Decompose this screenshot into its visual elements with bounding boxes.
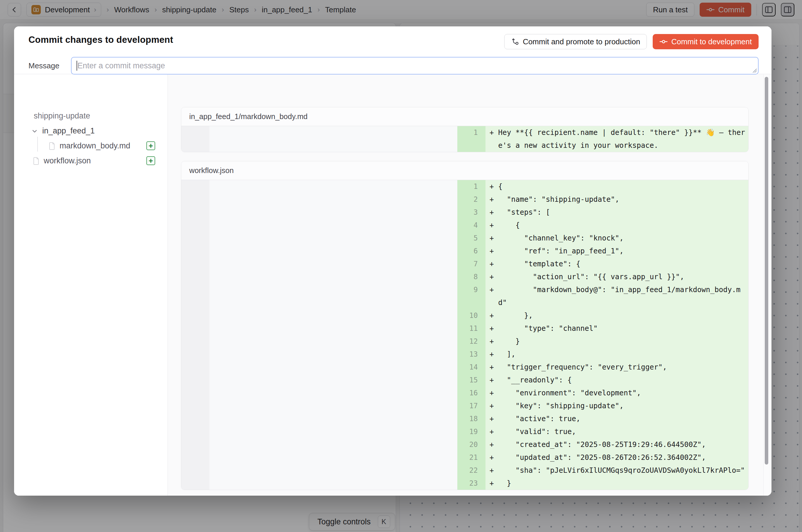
added-line-content: + }, [485,309,748,322]
line-number: 9 [457,283,485,309]
diff-line-row: 18+ "active": true, [181,412,748,425]
added-line-content: + "markdown_body@": "in_app_feed_1/markd… [485,283,748,309]
added-line-content: + } [485,335,748,348]
added-line-content: + "name": "shipping-update", [485,193,748,206]
diff-line-row: 3+ "steps": [ [181,206,748,219]
diff-panel: in_app_feed_1/markdown_body.md1+ Hey **{… [181,107,749,152]
added-line-content: + "sha": "pJeLVir6xIlUCMGqs9qroZoUAVDSwA… [485,464,748,477]
diff-line-row: 16+ "environment": "development", [181,386,748,399]
diff-line-row: 7+ "template": { [181,258,748,270]
line-number: 14 [457,361,485,374]
added-line-content: + "type": "channel" [485,322,748,335]
line-number: 10 [457,309,485,322]
diff-line-row: 8+ "action_url": "{{ vars.app_url }}", [181,270,748,283]
line-number: 2 [457,193,485,206]
added-line-content: + { [485,180,748,193]
diff-line-row: 15+ "__readonly": { [181,374,748,386]
added-line-content: + "channel_key": "knock", [485,232,748,245]
diff-panel-header: in_app_feed_1/markdown_body.md [181,107,748,126]
added-line-content: + "environment": "development", [485,386,748,399]
diff-line-row: 14+ "trigger_frequency": "every_trigger"… [181,361,748,374]
added-line-content: + "action_url": "{{ vars.app_url }}", [485,270,748,283]
file-icon [33,157,40,165]
tree-file-workflow-json[interactable]: workflow.json + [14,153,168,168]
tree-step-item[interactable]: in_app_feed_1 [14,124,168,138]
added-line-content: + "trigger_frequency": "every_trigger", [485,361,748,374]
diff-line-row: 17+ "key": "shipping-update", [181,399,748,412]
line-number: 4 [457,219,485,232]
diff-line-row: 13+ ], [181,348,748,361]
added-line-content: + Hey **{{ recipient.name | default: "th… [485,126,748,152]
added-line-content: + "active": true, [485,412,748,425]
line-number: 6 [457,245,485,258]
line-number: 17 [457,399,485,412]
chevron-down-icon[interactable] [31,128,38,135]
diff-line-row: 22+ "sha": "pJeLVir6xIlUCMGqs9qroZoUAVDS… [181,464,748,477]
line-number: 22 [457,464,485,477]
added-line-content: + "ref": "in_app_feed_1", [485,245,748,258]
commit-modal: Commit changes to development Commit and… [14,26,771,496]
added-line-content: + "key": "shipping-update", [485,399,748,412]
line-number: 20 [457,438,485,451]
commit-message-input[interactable] [71,57,759,75]
diff-line-row: 6+ "ref": "in_app_feed_1", [181,245,748,258]
modal-body: shipping-update in_app_feed_1 markdown_b… [14,75,771,496]
commit-development-button[interactable]: Commit to development [653,34,759,49]
git-commit-icon [659,38,668,46]
commit-promote-button[interactable]: Commit and promote to production [504,34,647,49]
line-number: 7 [457,258,485,270]
added-line-content: + ], [485,348,748,361]
diff-line-row: 1+ { [181,180,748,193]
scrollbar-thumb[interactable] [765,77,768,464]
diff-line-row: 12+ } [181,335,748,348]
added-line-content: + { [485,219,748,232]
line-number: 5 [457,232,485,245]
line-number: 19 [457,425,485,438]
changed-files-tree: shipping-update in_app_feed_1 markdown_b… [14,75,168,496]
diff-panels: in_app_feed_1/markdown_body.md1+ Hey **{… [181,75,749,496]
added-line-content: + "valid": true, [485,425,748,438]
modal-title: Commit changes to development [29,35,173,45]
modal-header: Commit changes to development Commit and… [14,26,771,74]
diff-line-row: 21+ "updated_at": "2025-08-26T20:26:52.3… [181,451,748,464]
text-caret [77,61,77,71]
line-number: 23 [457,477,485,490]
message-label: Message [29,61,71,70]
diff-line-row: 20+ "created_at": "2025-08-25T19:29:46.6… [181,438,748,451]
added-line-content: + } [485,477,748,490]
line-number: 3 [457,206,485,219]
line-number: 21 [457,451,485,464]
modal-scrollbar[interactable] [763,75,769,496]
tree-file-markdown[interactable]: markdown_body.md + [14,138,168,153]
file-added-badge: + [146,156,155,165]
diff-panel: workflow.json1+ {2+ "name": "shipping-up… [181,161,749,490]
file-icon [49,142,55,150]
line-number: 13 [457,348,485,361]
diff-line-row: 23+ } [181,477,748,490]
added-line-content: + "steps": [ [485,206,748,219]
diff-line-row: 11+ "type": "channel" [181,322,748,335]
diff-line-row: 5+ "channel_key": "knock", [181,232,748,245]
added-line-content: + "template": { [485,258,748,270]
resize-grip-icon[interactable] [752,68,757,73]
diff-line-row: 10+ }, [181,309,748,322]
added-line-content: + "updated_at": "2025-08-26T20:26:52.364… [485,451,748,464]
diff-line-row: 1+ Hey **{{ recipient.name | default: "t… [181,126,748,152]
tree-root-workflow: shipping-update [14,109,168,124]
diff-line-row: 2+ "name": "shipping-update", [181,193,748,206]
file-added-badge: + [146,141,155,150]
diff-line-row: 9+ "markdown_body@": "in_app_feed_1/mark… [181,283,748,309]
line-number: 18 [457,412,485,425]
line-number: 11 [457,322,485,335]
diff-panel-header: workflow.json [181,161,748,180]
line-number: 15 [457,374,485,386]
line-number: 16 [457,386,485,399]
line-number: 1 [457,126,485,152]
tree-guide-line [37,137,38,152]
line-number: 1 [457,180,485,193]
added-line-content: + "created_at": "2025-08-25T19:29:46.644… [485,438,748,451]
line-number: 12 [457,335,485,348]
line-number: 8 [457,270,485,283]
diff-line-row: 4+ { [181,219,748,232]
branch-arrow-icon [511,38,519,46]
